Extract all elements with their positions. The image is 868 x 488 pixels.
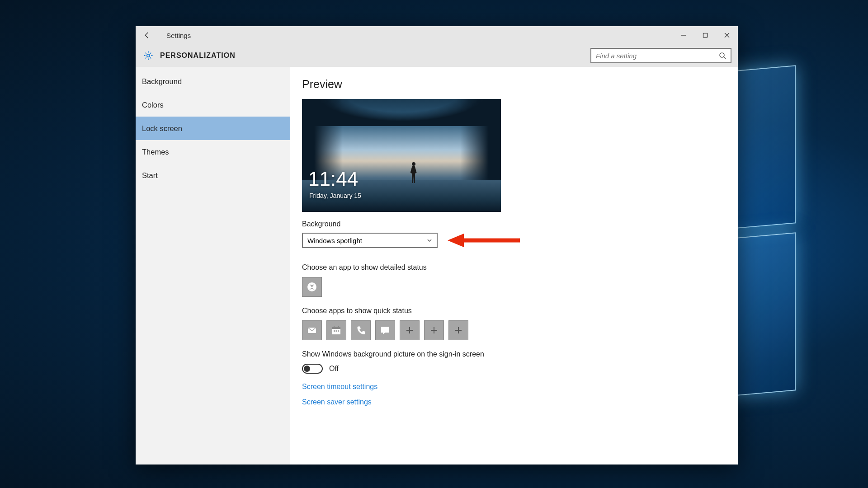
svg-rect-17	[338, 330, 339, 332]
quick-status-add-slot[interactable]	[448, 320, 468, 340]
quick-status-label: Choose apps to show quick status	[302, 307, 726, 315]
plus-icon	[453, 325, 464, 336]
svg-rect-16	[336, 330, 337, 332]
messaging-icon	[380, 325, 391, 336]
signin-bg-toggle-row: Off	[302, 364, 726, 374]
gear-icon	[143, 50, 154, 61]
sidebar-item-label: Themes	[142, 148, 169, 156]
calendar-icon	[331, 325, 342, 336]
annotation-arrow-icon	[448, 232, 520, 249]
window-controls	[673, 26, 738, 44]
titlebar: Settings	[136, 26, 738, 44]
svg-line-6	[724, 57, 726, 59]
svg-point-4	[147, 54, 150, 57]
maximize-button[interactable]	[694, 26, 716, 44]
preview-person-silhouette	[410, 162, 418, 185]
background-dropdown[interactable]: Windows spotlight	[302, 233, 438, 248]
close-icon	[724, 33, 730, 38]
signin-bg-toggle[interactable]	[302, 364, 323, 374]
plus-icon	[404, 325, 415, 336]
lock-screen-preview: 11:44 Friday, January 15	[302, 99, 501, 212]
svg-point-5	[720, 53, 724, 57]
phone-icon	[355, 325, 366, 336]
body: Background Colors Lock screen Themes Sta…	[136, 67, 738, 465]
link-screen-saver[interactable]: Screen saver settings	[302, 398, 726, 406]
quick-status-app-calendar[interactable]	[326, 320, 346, 340]
sidebar-item-label: Background	[142, 77, 182, 86]
content-area: Preview 11:44 Friday, January 15 Backgro…	[290, 67, 738, 465]
app-title: Settings	[166, 32, 191, 39]
sidebar-item-label: Start	[142, 171, 158, 180]
minimize-icon	[681, 33, 686, 38]
quick-status-add-slot[interactable]	[424, 320, 444, 340]
mail-icon	[307, 325, 317, 336]
preview-date: Friday, January 15	[309, 192, 361, 199]
sidebar-item-label: Lock screen	[142, 124, 182, 133]
back-button[interactable]	[136, 26, 158, 44]
sidebar-item-themes[interactable]: Themes	[136, 140, 290, 164]
link-screen-timeout[interactable]: Screen timeout settings	[302, 383, 726, 391]
xbox-icon	[307, 282, 317, 292]
detailed-status-row	[302, 277, 726, 297]
preview-heading: Preview	[302, 78, 726, 91]
svg-marker-8	[448, 234, 464, 247]
chevron-down-icon	[427, 238, 432, 243]
preview-time: 11:44	[308, 168, 358, 190]
signin-bg-label: Show Windows background picture on the s…	[302, 350, 726, 358]
sidebar-item-colors[interactable]: Colors	[136, 93, 290, 117]
sidebar-item-start[interactable]: Start	[136, 164, 290, 187]
search-box[interactable]	[590, 48, 731, 63]
detailed-status-app-xbox[interactable]	[302, 277, 322, 297]
quick-status-app-mail[interactable]	[302, 320, 322, 340]
close-button[interactable]	[716, 26, 738, 44]
quick-status-app-phone[interactable]	[351, 320, 371, 340]
plus-icon	[429, 325, 439, 336]
sidebar-item-lock-screen[interactable]: Lock screen	[136, 117, 290, 140]
sidebar-item-label: Colors	[142, 101, 164, 109]
minimize-button[interactable]	[673, 26, 694, 44]
dropdown-value: Windows spotlight	[307, 237, 362, 244]
search-icon	[719, 52, 726, 59]
svg-rect-12	[332, 327, 340, 329]
detailed-status-label: Choose an app to show detailed status	[302, 263, 726, 272]
quick-status-app-messaging[interactable]	[375, 320, 395, 340]
svg-rect-15	[334, 330, 335, 332]
header-bar: PERSONALIZATION	[136, 44, 738, 67]
svg-rect-1	[703, 33, 708, 38]
quick-status-row	[302, 320, 726, 340]
background-label: Background	[302, 220, 726, 228]
sidebar: Background Colors Lock screen Themes Sta…	[136, 67, 290, 465]
sidebar-item-background[interactable]: Background	[136, 70, 290, 93]
quick-status-add-slot[interactable]	[400, 320, 420, 340]
settings-window: Settings PERSONALIZATION Background Co	[136, 26, 738, 465]
search-input[interactable]	[596, 52, 719, 60]
toggle-state-label: Off	[329, 365, 339, 373]
maximize-icon	[703, 33, 708, 38]
page-title: PERSONALIZATION	[160, 52, 236, 60]
back-arrow-icon	[143, 31, 151, 39]
